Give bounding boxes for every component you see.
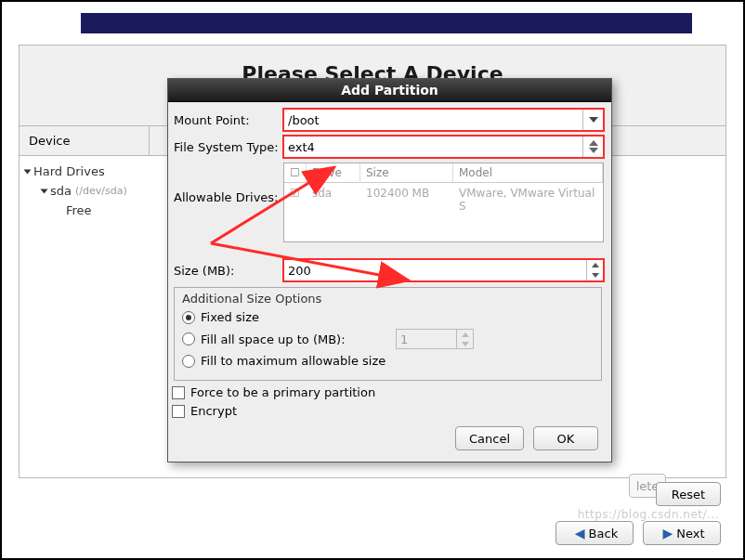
drive-name: sda (307, 183, 360, 216)
chevron-down-icon (24, 169, 32, 174)
checkbox-icon[interactable] (172, 405, 185, 418)
size-label: Size (MB): (172, 264, 283, 278)
spinner-icon (456, 330, 473, 348)
fill-upto-value: 1 (400, 332, 408, 346)
reset-button[interactable]: Reset (656, 482, 721, 506)
svg-marker-6 (462, 342, 469, 346)
tree-label: Free (66, 203, 92, 217)
allowable-drives-label: Allowable Drives: (172, 163, 283, 204)
svg-marker-0 (589, 117, 598, 123)
drive-checkbox[interactable]: ☑ (284, 183, 307, 216)
size-value: 200 (288, 264, 311, 278)
fill-upto-input: 1 (396, 329, 474, 349)
mount-point-combo[interactable]: /boot (283, 109, 604, 131)
mount-point-label: Mount Point: (172, 113, 283, 127)
add-partition-dialog: Add Partition Mount Point: /boot File Sy… (167, 78, 612, 462)
button-label: Cancel (469, 432, 510, 446)
ok-button[interactable]: OK (533, 426, 598, 450)
opt-fill-max[interactable]: Fill to maximum allowable size (182, 354, 594, 368)
radio-icon[interactable] (182, 332, 195, 345)
svg-marker-5 (462, 332, 469, 337)
fs-type-combo[interactable]: ext4 (283, 136, 604, 158)
checkbox-icon[interactable] (172, 386, 185, 399)
wizard-nav: ◀ Back ▶ Next (555, 521, 721, 545)
radio-label: Fill to maximum allowable size (201, 354, 386, 368)
additional-size-options: Additional Size Options Fixed size Fill … (174, 287, 602, 381)
chevron-down-icon[interactable] (582, 110, 603, 130)
col-device: Device (20, 126, 150, 155)
arrow-right-icon: ▶ (662, 526, 673, 540)
back-button[interactable]: ◀ Back (555, 521, 634, 545)
header-stripe (81, 13, 692, 33)
arrow-left-icon: ◀ (575, 526, 585, 540)
tree-label: sda (50, 184, 72, 198)
drive-model: VMware, VMware Virtual S (453, 183, 603, 216)
allowable-drives-list[interactable]: ☐ Drive Size Model ☑ sda 102400 MB VMwar… (283, 163, 604, 242)
check-label: Encrypt (190, 404, 237, 418)
mount-point-value: /boot (288, 113, 320, 127)
button-label: Back (589, 527, 619, 540)
opt-fill-upto[interactable]: Fill all space up to (MB): 1 (182, 329, 594, 349)
force-primary-check[interactable]: Force to be a primary partition (172, 385, 604, 399)
cancel-button[interactable]: Cancel (455, 426, 524, 450)
check-label: Force to be a primary partition (190, 385, 375, 399)
svg-marker-2 (589, 148, 598, 153)
button-label: Reset (672, 488, 705, 501)
col-drive: Drive (307, 163, 360, 182)
dialog-title: Add Partition (168, 79, 611, 102)
fieldset-title: Additional Size Options (182, 292, 594, 306)
next-button[interactable]: ▶ Next (643, 521, 721, 545)
watermark: https://blog.csdn.net/... (578, 508, 719, 521)
col-model: Model (453, 163, 603, 182)
col-check: ☐ (284, 163, 307, 182)
drive-row[interactable]: ☑ sda 102400 MB VMware, VMware Virtual S (284, 183, 603, 216)
drive-size: 102400 MB (360, 183, 453, 216)
svg-marker-1 (589, 140, 598, 146)
encrypt-check[interactable]: Encrypt (172, 404, 604, 418)
svg-marker-4 (592, 273, 599, 278)
button-label: Next (676, 527, 704, 540)
radio-label: Fixed size (201, 310, 259, 324)
button-label: OK (557, 432, 575, 446)
fs-type-value: ext4 (288, 140, 315, 154)
device-path: (/dev/sda) (75, 185, 127, 197)
chevron-down-icon (41, 189, 48, 193)
radio-icon[interactable] (182, 311, 195, 324)
drives-header: ☐ Drive Size Model (284, 163, 603, 183)
spinner-icon[interactable] (586, 260, 603, 280)
size-input[interactable]: 200 (283, 259, 604, 281)
col-size: Size (360, 163, 453, 182)
radio-label: Fill all space up to (MB): (201, 332, 390, 346)
tree-label: Hard Drives (33, 164, 105, 178)
opt-fixed-size[interactable]: Fixed size (182, 310, 594, 324)
radio-icon[interactable] (182, 355, 195, 368)
fs-type-label: File System Type: (172, 140, 283, 154)
updown-icon[interactable] (582, 137, 603, 157)
svg-marker-3 (592, 263, 599, 267)
